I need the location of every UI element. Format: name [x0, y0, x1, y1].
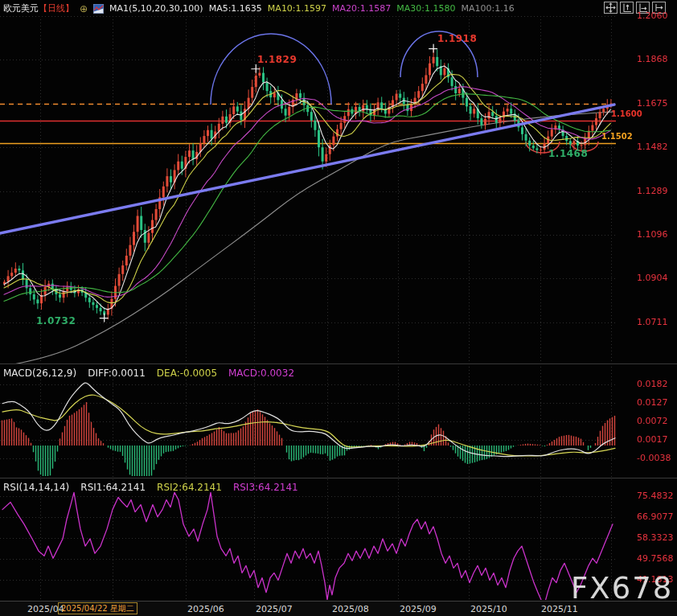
axis-zoom-vertical-icon: [622, 2, 632, 13]
pan-move-button[interactable]: [604, 2, 618, 14]
rsi-axis-label: 58.3323: [637, 532, 674, 543]
chart-header: 欧元美元【日线】 ⊕ MA1(5,10,20,30,100) MA5:1.163…: [3, 2, 515, 14]
ma5-value: MA5:1.1635: [209, 3, 262, 14]
ma100-value: MA100:1.16: [462, 3, 515, 14]
price-axis-label: 1.0904: [637, 273, 668, 283]
macd-title: MACD(26,12,9): [3, 368, 76, 379]
scale-y-button[interactable]: [620, 2, 634, 14]
macd-header: MACD(26,12,9) DIFF:0.0011 DEA:-0.0005 MA…: [3, 368, 294, 379]
price-axis-label: 1.0711: [637, 317, 668, 327]
annotation-low-1-1468: 1.1468: [548, 148, 588, 159]
price-chart-canvas[interactable]: [0, 0, 677, 616]
annotation-high-1-1829: 1.1829: [257, 54, 297, 65]
time-label: 2025/09: [400, 604, 437, 614]
macd-axis-label: -0.0038: [637, 453, 671, 463]
trading-chart-window: 欧元美元【日线】 ⊕ MA1(5,10,20,30,100) MA5:1.163…: [0, 0, 677, 616]
watermark: FX678: [571, 571, 673, 606]
symbol-name: 欧元美元: [3, 3, 39, 14]
move-icon: [605, 2, 616, 13]
time-label: 2025/10: [470, 604, 507, 614]
annotation-low-1-0732: 1.0732: [36, 315, 76, 326]
rsi-axis-label: 66.9077: [637, 511, 674, 522]
price-axis-label: 1.1675: [637, 98, 668, 109]
crosshair-date-label: 2025/04/22 星期二: [58, 602, 137, 614]
price-axis-label: 1.1096: [637, 229, 668, 240]
circle-plus-icon[interactable]: ⊕: [80, 3, 88, 14]
rsi-axis-label: 49.7568: [637, 553, 674, 564]
period-label: 【日线】: [39, 3, 74, 14]
symbol-title: 欧元美元【日线】: [3, 2, 74, 14]
macd-axis-label: 0.0182: [637, 379, 668, 389]
ma20-value: MA20:1.1587: [332, 3, 391, 14]
rsi1-value: RSI1:64.2141: [80, 482, 146, 493]
price-axis-label: 1.1482: [637, 142, 668, 152]
macd-diff-value: DIFF:0.0011: [88, 368, 146, 379]
macd-value: MACD:0.0032: [228, 368, 294, 379]
rsi3-value: RSI3:64.2141: [233, 482, 298, 493]
rsi-axis-label: 75.4832: [637, 491, 674, 501]
macd-axis-label: 0.0017: [637, 434, 668, 445]
annotation-high-1-1918: 1.1918: [437, 33, 477, 44]
chart-thumbnail-icon[interactable]: [93, 4, 104, 14]
macd-axis-label: 0.0127: [637, 397, 668, 408]
price-axis-label: 1.2060: [637, 10, 668, 21]
macd-axis-label: 0.0072: [637, 416, 668, 426]
rsi2-value: RSI2:64.2141: [157, 482, 222, 493]
rsi-title: RSI(14,14,14): [3, 482, 69, 493]
ma10-value: MA10:1.1597: [268, 3, 326, 14]
price-axis-label: 1.1868: [637, 54, 668, 64]
price-axis-label: 1.1289: [637, 186, 668, 196]
price-tag-1-1502: 1.1502: [601, 132, 633, 141]
price-tag-1-1600: 1.1600: [611, 109, 642, 118]
time-label: 2025/08: [332, 604, 369, 614]
macd-dea-value: DEA:-0.0005: [157, 368, 217, 379]
ma30-value: MA30:1.1580: [396, 3, 455, 14]
ma-settings-label: MA1(5,10,20,30,100): [109, 3, 203, 14]
time-label: 2025/06: [187, 604, 224, 614]
rsi-header: RSI(14,14,14) RSI1:64.2141 RSI2:64.2141 …: [3, 482, 298, 493]
time-label: 2025/07: [256, 604, 293, 614]
